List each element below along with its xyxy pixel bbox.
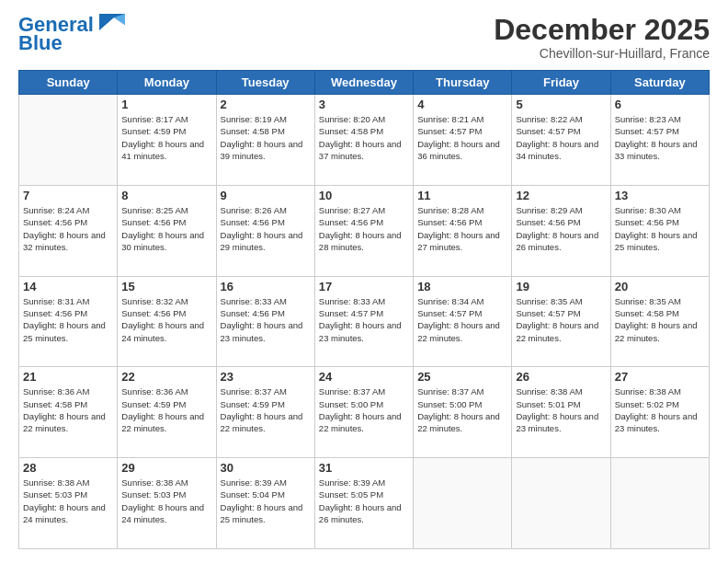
sunset-text: Sunset: 4:56 PM [221,217,285,227]
day-info: Sunrise: 8:37 AMSunset: 4:59 PMDaylight:… [221,385,311,434]
header: General Blue December 2025 Chevillon-sur… [18,14,710,61]
sunrise-text: Sunrise: 8:38 AM [615,386,681,396]
sunrise-text: Sunrise: 8:29 AM [516,205,582,215]
sunset-text: Sunset: 5:00 PM [417,399,482,409]
calendar-cell-w3-d2: 16Sunrise: 8:33 AMSunset: 4:56 PMDayligh… [216,276,314,367]
sunrise-text: Sunrise: 8:35 AM [516,296,582,306]
daylight-text: Daylight: 8 hours and 23 minutes. [319,320,402,342]
daylight-text: Daylight: 8 hours and 36 minutes. [417,139,500,161]
calendar-week-2: 7Sunrise: 8:24 AMSunset: 4:56 PMDaylight… [19,185,710,276]
day-info: Sunrise: 8:24 AMSunset: 4:56 PMDaylight:… [23,204,113,253]
calendar-cell-w5-d2: 30Sunrise: 8:39 AMSunset: 5:04 PMDayligh… [216,458,314,549]
day-number: 19 [516,280,606,293]
calendar-cell-w4-d5: 26Sunrise: 8:38 AMSunset: 5:01 PMDayligh… [512,367,610,458]
day-number: 27 [615,370,705,384]
day-info: Sunrise: 8:29 AMSunset: 4:56 PMDaylight:… [516,204,606,253]
calendar-cell-w4-d1: 22Sunrise: 8:36 AMSunset: 4:59 PMDayligh… [118,367,216,458]
sunset-text: Sunset: 4:56 PM [121,217,186,227]
sunrise-text: Sunrise: 8:36 AM [121,386,188,396]
sunset-text: Sunset: 4:58 PM [615,308,679,318]
calendar-cell-w3-d6: 20Sunrise: 8:35 AMSunset: 4:58 PMDayligh… [610,276,709,367]
sunrise-text: Sunrise: 8:37 AM [319,386,385,396]
calendar-cell-w5-d0: 28Sunrise: 8:38 AMSunset: 5:03 PMDayligh… [19,458,118,549]
header-monday: Monday [118,71,216,95]
sunrise-text: Sunrise: 8:27 AM [319,205,385,215]
sunrise-text: Sunrise: 8:32 AM [121,296,188,306]
header-friday: Friday [512,71,610,95]
day-number: 21 [23,370,113,384]
day-number: 26 [516,370,606,384]
page: General Blue December 2025 Chevillon-sur… [0,0,728,563]
daylight-text: Daylight: 8 hours and 22 minutes. [121,411,204,433]
day-number: 31 [319,461,409,475]
daylight-text: Daylight: 8 hours and 41 minutes. [121,139,204,161]
day-number: 28 [23,461,113,475]
day-info: Sunrise: 8:36 AMSunset: 4:59 PMDaylight:… [121,385,211,434]
daylight-text: Daylight: 8 hours and 23 minutes. [615,411,698,433]
sunrise-text: Sunrise: 8:36 AM [23,386,89,396]
day-number: 2 [221,98,311,111]
sunset-text: Sunset: 5:05 PM [319,489,383,500]
sunrise-text: Sunrise: 8:19 AM [221,114,287,124]
daylight-text: Daylight: 8 hours and 22 minutes. [516,320,598,342]
sunrise-text: Sunrise: 8:24 AM [23,205,89,215]
sunset-text: Sunset: 4:57 PM [615,126,679,136]
sunrise-text: Sunrise: 8:35 AM [615,296,681,306]
day-info: Sunrise: 8:33 AMSunset: 4:56 PMDaylight:… [221,295,311,344]
daylight-text: Daylight: 8 hours and 23 minutes. [221,320,303,342]
daylight-text: Daylight: 8 hours and 24 minutes. [23,502,106,524]
daylight-text: Daylight: 8 hours and 26 minutes. [319,502,402,524]
sunset-text: Sunset: 5:00 PM [319,399,383,409]
day-info: Sunrise: 8:35 AMSunset: 4:57 PMDaylight:… [516,295,606,344]
day-number: 16 [221,280,311,293]
day-info: Sunrise: 8:33 AMSunset: 4:57 PMDaylight:… [319,295,409,344]
day-info: Sunrise: 8:38 AMSunset: 5:01 PMDaylight:… [516,385,606,434]
sunrise-text: Sunrise: 8:22 AM [516,114,582,124]
header-wednesday: Wednesday [314,71,413,95]
calendar-cell-w1-d0 [19,95,118,186]
sunrise-text: Sunrise: 8:37 AM [221,386,287,396]
calendar-cell-w4-d0: 21Sunrise: 8:36 AMSunset: 4:58 PMDayligh… [19,367,118,458]
day-number: 11 [417,189,507,202]
calendar-cell-w4-d2: 23Sunrise: 8:37 AMSunset: 4:59 PMDayligh… [216,367,314,458]
day-info: Sunrise: 8:30 AMSunset: 4:56 PMDaylight:… [615,204,705,253]
sunset-text: Sunset: 4:56 PM [615,217,679,227]
day-info: Sunrise: 8:36 AMSunset: 4:58 PMDaylight:… [23,385,113,434]
sunset-text: Sunset: 5:03 PM [23,489,87,500]
calendar-body: 1Sunrise: 8:17 AMSunset: 4:59 PMDaylight… [19,95,710,549]
sunset-text: Sunset: 4:59 PM [221,399,285,409]
daylight-text: Daylight: 8 hours and 22 minutes. [615,320,698,342]
daylight-text: Daylight: 8 hours and 27 minutes. [417,230,500,252]
daylight-text: Daylight: 8 hours and 22 minutes. [319,411,402,433]
day-number: 23 [221,370,311,384]
sunrise-text: Sunrise: 8:17 AM [121,114,188,124]
calendar-cell-w3-d0: 14Sunrise: 8:31 AMSunset: 4:56 PMDayligh… [19,276,118,367]
sunset-text: Sunset: 4:56 PM [23,217,87,227]
sunset-text: Sunset: 5:01 PM [516,399,580,409]
day-number: 17 [319,280,409,293]
sunrise-text: Sunrise: 8:39 AM [221,477,287,488]
sunrise-text: Sunrise: 8:26 AM [221,205,287,215]
sunrise-text: Sunrise: 8:38 AM [23,477,89,488]
calendar-cell-w3-d3: 17Sunrise: 8:33 AMSunset: 4:57 PMDayligh… [314,276,413,367]
day-info: Sunrise: 8:19 AMSunset: 4:58 PMDaylight:… [221,113,311,162]
day-info: Sunrise: 8:21 AMSunset: 4:57 PMDaylight:… [417,113,507,162]
daylight-text: Daylight: 8 hours and 26 minutes. [516,230,598,252]
day-number: 5 [516,98,606,111]
daylight-text: Daylight: 8 hours and 30 minutes. [121,230,204,252]
day-number: 8 [121,189,211,202]
header-tuesday: Tuesday [216,71,314,95]
calendar-cell-w2-d6: 13Sunrise: 8:30 AMSunset: 4:56 PMDayligh… [610,185,709,276]
day-number: 24 [319,370,409,384]
sunset-text: Sunset: 5:02 PM [615,399,679,409]
day-number: 15 [121,280,211,293]
daylight-text: Daylight: 8 hours and 32 minutes. [23,230,106,252]
calendar-cell-w4-d4: 25Sunrise: 8:37 AMSunset: 5:00 PMDayligh… [414,367,512,458]
calendar-cell-w1-d5: 5Sunrise: 8:22 AMSunset: 4:57 PMDaylight… [512,95,610,186]
daylight-text: Daylight: 8 hours and 22 minutes. [23,411,106,433]
daylight-text: Daylight: 8 hours and 37 minutes. [319,139,402,161]
day-info: Sunrise: 8:35 AMSunset: 4:58 PMDaylight:… [615,295,705,344]
sunrise-text: Sunrise: 8:31 AM [23,296,89,306]
daylight-text: Daylight: 8 hours and 33 minutes. [615,139,698,161]
sunset-text: Sunset: 4:56 PM [516,217,580,227]
